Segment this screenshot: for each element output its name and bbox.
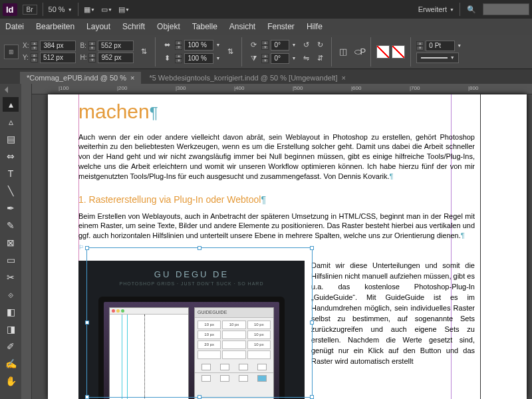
guide[interactable] xyxy=(480,94,481,399)
workspace-dropdown[interactable]: Erweitert ▼ xyxy=(418,5,454,13)
zoom-value: 50 % xyxy=(49,5,65,13)
sy-stepper[interactable]: ▲▼ xyxy=(175,54,182,63)
menu-bearbeiten[interactable]: Bearbeiten xyxy=(36,22,74,31)
height-field[interactable] xyxy=(98,53,134,63)
stroke-swatch[interactable] xyxy=(392,45,405,59)
constrain-link-icon[interactable]: ⇅ xyxy=(138,46,150,58)
y-stepper[interactable]: ▲▼ xyxy=(31,53,38,63)
constrain-link-icon[interactable]: ⇅ xyxy=(224,46,236,58)
menu-ansicht[interactable]: Ansicht xyxy=(229,22,255,31)
reference-point-icon[interactable]: ⊞ xyxy=(4,45,19,59)
tab-label: *5 Webdesigntools_korrigiert.indd @ 50 %… xyxy=(149,74,337,82)
menu-objekt[interactable]: Objekt xyxy=(157,22,180,31)
figure-title: GU DEGU DE xyxy=(78,261,305,281)
h-label: H: xyxy=(80,54,86,61)
chevron-down-icon: ▼ xyxy=(68,7,72,12)
rotate-ccw-icon[interactable]: ↺ xyxy=(300,39,312,51)
type-tool[interactable]: T xyxy=(3,166,19,181)
line-tool[interactable]: ╲ xyxy=(3,184,19,198)
chevron-down-icon: ▼ xyxy=(450,7,454,12)
hand-tool[interactable]: ✋ xyxy=(3,374,19,388)
panel-head: GUIDEGUIDE xyxy=(195,308,273,317)
stroke-weight-field[interactable] xyxy=(426,41,455,51)
separator xyxy=(460,3,460,16)
page-tool[interactable]: ▤ xyxy=(3,132,19,146)
panel-expand-icon[interactable] xyxy=(2,86,8,93)
menu-schrift[interactable]: Schrift xyxy=(122,22,145,31)
screen-mode-icon[interactable]: ▭▼ xyxy=(101,3,113,15)
scale-x-icon: ⬌ xyxy=(161,39,173,51)
select-content-icon[interactable]: ⬭P xyxy=(353,46,365,58)
flip-h-icon[interactable]: ⇋ xyxy=(300,53,312,65)
y-label: Y: xyxy=(23,54,29,61)
rotate-cw-icon[interactable]: ↻ xyxy=(314,39,326,51)
page-heading: machen xyxy=(78,100,150,122)
scissors-tool[interactable]: ✂ xyxy=(3,270,19,285)
menu-layout[interactable]: Layout xyxy=(86,22,110,31)
free-transform-tool[interactable]: ⟐ xyxy=(3,287,19,302)
arrange-icon[interactable]: ▤▼ xyxy=(118,3,130,15)
search-icon[interactable]: 🔍 xyxy=(466,3,477,15)
rectangle-frame-tool[interactable]: ⊠ xyxy=(3,235,19,250)
rot-stepper[interactable]: ▲▼ xyxy=(261,41,269,50)
intro-paragraph: Auch wenn der ein oder andere vielleicht… xyxy=(78,133,475,180)
bridge-badge[interactable]: Br xyxy=(23,5,37,15)
shear-icon: ⧩ xyxy=(247,53,259,65)
stroke-style-dropdown[interactable]: ▼ xyxy=(416,53,459,63)
close-tab-icon[interactable]: × xyxy=(130,74,134,82)
sx-stepper[interactable]: ▲▼ xyxy=(175,41,182,50)
side-paragraph: Damit wir diese Unterteilungen und somit… xyxy=(311,261,475,399)
view-options-icon[interactable]: ▦▼ xyxy=(84,3,96,15)
gradient-feather-tool[interactable]: ◨ xyxy=(3,322,19,336)
note-tool[interactable]: ✐ xyxy=(3,339,19,354)
document-page: machen¶ Auch wenn der ein oder andere vi… xyxy=(48,94,527,399)
x-label: X: xyxy=(23,42,29,49)
vertical-ruler xyxy=(21,84,32,399)
pen-tool[interactable]: ✒ xyxy=(3,201,19,215)
pilcrow-icon: ¶ xyxy=(261,194,266,205)
menu-datei[interactable]: Datei xyxy=(5,22,24,31)
w-stepper[interactable]: ▲▼ xyxy=(88,41,96,51)
x-field[interactable] xyxy=(40,41,76,51)
separator xyxy=(78,3,78,16)
selection-tool[interactable]: ▴ xyxy=(3,97,19,112)
flip-v-icon[interactable]: ⇵ xyxy=(314,53,326,65)
gradient-swatch-tool[interactable]: ◧ xyxy=(3,305,19,319)
stroke-stepper[interactable]: ▲▼ xyxy=(416,41,424,51)
search-input[interactable] xyxy=(483,3,529,15)
figure-subtitle: PHOTOSHOP GRIDS · JUST DON'T SUCK · SO H… xyxy=(78,281,305,287)
menu-hilfe[interactable]: Hilfe xyxy=(307,22,323,31)
rectangle-tool[interactable]: ▭ xyxy=(3,253,19,267)
close-tab-icon[interactable]: × xyxy=(341,74,345,82)
gap-tool[interactable]: ⇔ xyxy=(3,149,19,164)
eyedropper-tool[interactable]: ✍ xyxy=(3,356,19,371)
figure-image[interactable]: GU DEGU DE PHOTOSHOP GRIDS · JUST DON'T … xyxy=(78,261,305,399)
menu-tabelle[interactable]: Tabelle xyxy=(192,22,217,31)
h-stepper[interactable]: ▲▼ xyxy=(88,53,96,63)
y-field[interactable] xyxy=(40,53,76,63)
menu-fenster[interactable]: Fenster xyxy=(267,22,295,31)
pencil-tool[interactable]: ✎ xyxy=(3,218,19,233)
direct-selection-tool[interactable]: ▵ xyxy=(3,114,19,129)
document-tab[interactable]: *Commag_ePUB.indd @ 50 %× xyxy=(20,72,141,84)
select-container-icon[interactable]: ◫ xyxy=(337,46,349,58)
x-stepper[interactable]: ▲▼ xyxy=(31,41,38,51)
shear-stepper[interactable]: ▲▼ xyxy=(261,54,269,63)
scale-x-field[interactable] xyxy=(184,40,213,51)
shear-field[interactable] xyxy=(271,53,289,64)
document-tab[interactable]: *5 Webdesigntools_korrigiert.indd @ 50 %… xyxy=(142,72,352,84)
app-badge: Id xyxy=(3,3,17,16)
scale-y-field[interactable] xyxy=(184,53,213,64)
mock-document-window xyxy=(109,307,189,399)
rotate-field[interactable] xyxy=(271,40,289,51)
paragraph-2: Beim Erstellen von Weblayouts, auch in A… xyxy=(78,212,475,240)
zoom-dropdown[interactable]: 50 % ▼ xyxy=(49,5,72,13)
subheading: 1. Rastererstellung via Plug-In oder Web… xyxy=(78,194,261,205)
pilcrow-icon: ¶ xyxy=(150,104,158,122)
fill-swatch[interactable] xyxy=(376,45,390,59)
mock-guideguide-panel: GUIDEGUIDE 10 px10 px10 px10 px10 px20 p… xyxy=(194,307,274,399)
anchor-marker-icon: ⚐ xyxy=(78,243,475,251)
w-label: B: xyxy=(80,42,86,49)
width-field[interactable] xyxy=(98,41,134,51)
separator xyxy=(43,3,43,16)
